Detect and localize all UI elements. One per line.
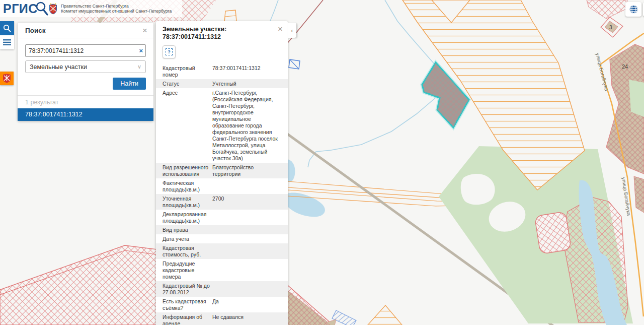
parcel-details-panel: Земельные участки: 78:37:0017411:1312 × …: [156, 21, 288, 325]
find-button[interactable]: Найти: [113, 78, 146, 90]
app-root: 24 3 улица Богайчука улица Богайчука: [0, 0, 644, 325]
table-row: Уточненная площадь(кв.м.) 2700: [156, 194, 288, 210]
zoom-to-extent-button[interactable]: ?: [163, 45, 176, 58]
table-row: Есть кадастровая съёмка? Да: [156, 297, 288, 312]
search-panel-close-icon[interactable]: ×: [142, 27, 147, 34]
layers-menu-button[interactable]: [0, 35, 14, 49]
search-panel-header: Поиск ×: [18, 23, 153, 38]
hamburger-menu-icon: [3, 39, 11, 46]
building-label-24: 24: [622, 63, 628, 70]
table-row: Вид права: [156, 225, 288, 234]
app-header: РГИС Правительство Санкт-Петербурга Коми…: [0, 0, 182, 17]
table-row: Предыдущие кадастровые номера: [156, 259, 288, 281]
table-row: Фактическая площадь(кв.м.): [156, 178, 288, 194]
result-item[interactable]: 78:37:0017411:1312: [18, 108, 153, 121]
table-row: Дата учета: [156, 234, 288, 243]
globe-icon: [629, 5, 638, 14]
chevron-down-icon: ∨: [137, 63, 141, 70]
government-line2: Комитет имущественных отношений Санкт-Пе…: [61, 9, 172, 14]
table-row: Информация об аренде Не сдавался: [156, 312, 288, 325]
government-line1: Правительство Санкт-Петербурга: [61, 4, 172, 9]
details-panel-title: Земельные участки: 78:37:0017411:1312: [163, 26, 277, 41]
search-icon: [3, 24, 11, 32]
search-panel: Поиск × × Земельные участки ∨ Найти 1 ре…: [18, 23, 153, 121]
results-count: 1 результат: [18, 95, 153, 108]
search-category-value: Земельные участки: [30, 63, 87, 71]
table-row: Вид разрешенного использования Благоустр…: [156, 163, 288, 178]
details-panel-collapse-button[interactable]: ‹: [288, 23, 296, 38]
clear-input-icon[interactable]: ×: [139, 47, 143, 54]
search-input[interactable]: [25, 44, 146, 57]
table-row: Кадастровый номер 78:37:0017411:1312: [156, 63, 288, 79]
emblem-tool-button[interactable]: [0, 72, 14, 85]
spb-arms-small-icon: [3, 74, 11, 83]
extent-question-icon: ?: [166, 48, 173, 55]
rgis-logo-text: РГИС: [3, 2, 38, 16]
table-row: Статус Учтенный: [156, 79, 288, 88]
search-panel-title: Поиск: [25, 27, 46, 34]
details-panel-tools: ?: [156, 43, 288, 63]
search-tool-button[interactable]: [0, 21, 14, 35]
table-row: Адрес г.Санкт-Петербург, (Российская Фед…: [156, 88, 288, 163]
government-caption: Правительство Санкт-Петербурга Комитет и…: [61, 4, 172, 14]
details-panel-header: Земельные участки: 78:37:0017411:1312 ×: [156, 21, 288, 43]
search-category-select[interactable]: Земельные участки ∨: [25, 60, 146, 73]
table-row: Декларированная площадь(кв.м.): [156, 210, 288, 225]
table-row: Кадастровая стоимость, руб.: [156, 243, 288, 259]
building-label-3: 3: [609, 25, 612, 30]
spb-coat-of-arms-icon: [49, 3, 57, 15]
rgis-logo[interactable]: РГИС: [0, 1, 38, 16]
attributes-table: Кадастровый номер 78:37:0017411:1312 Ста…: [156, 63, 288, 325]
logo-magnifier-icon: [34, 2, 49, 17]
details-panel-close-icon[interactable]: ×: [278, 26, 283, 33]
table-row: Кадастровый № до 27.08.2012: [156, 281, 288, 297]
search-panel-body: × Земельные участки ∨ Найти: [18, 38, 153, 90]
base-map-globe-button[interactable]: [625, 2, 641, 17]
